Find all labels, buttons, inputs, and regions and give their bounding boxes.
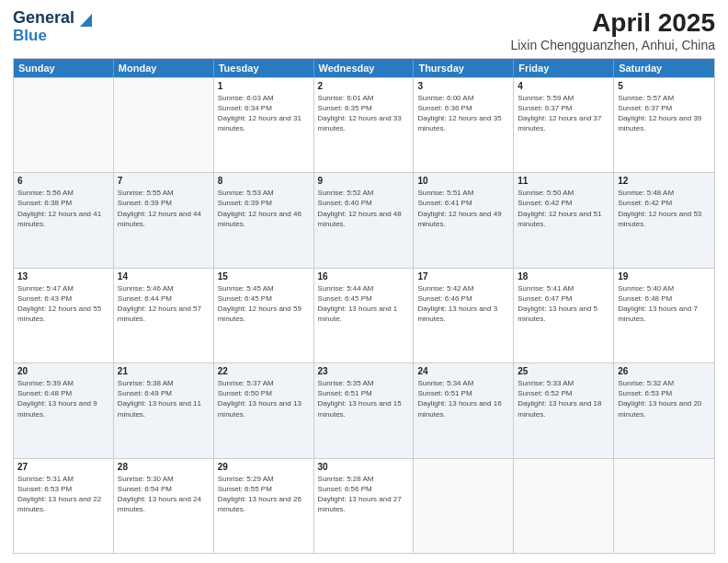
cell-day-number: 8 bbox=[218, 176, 310, 186]
cal-cell: 11Sunrise: 5:50 AM Sunset: 6:42 PM Dayli… bbox=[514, 173, 614, 267]
cell-info: Sunrise: 5:28 AM Sunset: 6:56 PM Dayligh… bbox=[318, 474, 410, 515]
cell-info: Sunrise: 5:42 AM Sunset: 6:46 PM Dayligh… bbox=[417, 283, 509, 325]
cal-cell: 23Sunrise: 5:35 AM Sunset: 6:51 PM Dayli… bbox=[314, 363, 415, 457]
cell-day-number: 26 bbox=[618, 366, 711, 376]
cell-info: Sunrise: 5:31 AM Sunset: 6:53 PM Dayligh… bbox=[17, 474, 109, 515]
cell-info: Sunrise: 5:46 AM Sunset: 6:44 PM Dayligh… bbox=[118, 283, 210, 325]
cal-cell: 10Sunrise: 5:51 AM Sunset: 6:41 PM Dayli… bbox=[414, 173, 514, 267]
cell-day-number: 21 bbox=[118, 366, 210, 376]
week-row-3: 13Sunrise: 5:47 AM Sunset: 6:43 PM Dayli… bbox=[14, 268, 714, 362]
cal-cell: 13Sunrise: 5:47 AM Sunset: 6:43 PM Dayli… bbox=[14, 269, 114, 362]
cell-day-number: 7 bbox=[118, 176, 210, 186]
cal-cell: 26Sunrise: 5:32 AM Sunset: 6:53 PM Dayli… bbox=[614, 363, 714, 457]
svg-marker-0 bbox=[80, 14, 92, 27]
cal-cell: 22Sunrise: 5:37 AM Sunset: 6:50 PM Dayli… bbox=[214, 363, 314, 457]
header-cell-thursday: Thursday bbox=[414, 59, 514, 77]
cell-day-number: 16 bbox=[318, 271, 410, 282]
cell-info: Sunrise: 5:52 AM Sunset: 6:40 PM Dayligh… bbox=[318, 188, 410, 229]
cell-day-number: 5 bbox=[618, 81, 711, 91]
header-cell-tuesday: Tuesday bbox=[214, 59, 314, 77]
week-row-4: 20Sunrise: 5:39 AM Sunset: 6:48 PM Dayli… bbox=[14, 362, 714, 457]
cell-info: Sunrise: 5:48 AM Sunset: 6:42 PM Dayligh… bbox=[618, 188, 711, 229]
calendar-body: 1Sunrise: 6:03 AM Sunset: 6:34 PM Daylig… bbox=[14, 77, 714, 553]
cell-info: Sunrise: 5:34 AM Sunset: 6:51 PM Dayligh… bbox=[417, 378, 509, 419]
logo-icon bbox=[75, 10, 92, 27]
cell-day-number: 15 bbox=[218, 271, 310, 282]
cell-info: Sunrise: 5:35 AM Sunset: 6:51 PM Dayligh… bbox=[318, 378, 410, 419]
cal-cell: 21Sunrise: 5:38 AM Sunset: 6:49 PM Dayli… bbox=[114, 363, 214, 457]
header-cell-monday: Monday bbox=[114, 59, 214, 77]
cell-info: Sunrise: 5:59 AM Sunset: 6:37 PM Dayligh… bbox=[518, 93, 609, 134]
cell-info: Sunrise: 6:00 AM Sunset: 6:36 PM Dayligh… bbox=[417, 93, 509, 134]
logo-text: General bbox=[13, 9, 74, 28]
cell-info: Sunrise: 6:01 AM Sunset: 6:35 PM Dayligh… bbox=[318, 93, 410, 134]
cal-cell: 14Sunrise: 5:46 AM Sunset: 6:44 PM Dayli… bbox=[114, 269, 214, 362]
cal-cell: 8Sunrise: 5:53 AM Sunset: 6:39 PM Daylig… bbox=[214, 173, 314, 267]
header-cell-sunday: Sunday bbox=[14, 59, 114, 77]
cell-info: Sunrise: 5:55 AM Sunset: 6:39 PM Dayligh… bbox=[118, 188, 210, 229]
cell-info: Sunrise: 5:29 AM Sunset: 6:55 PM Dayligh… bbox=[218, 474, 310, 515]
cell-day-number: 3 bbox=[417, 81, 509, 91]
cal-cell: 3Sunrise: 6:00 AM Sunset: 6:36 PM Daylig… bbox=[414, 78, 514, 172]
cell-day-number: 14 bbox=[118, 271, 210, 282]
week-row-2: 6Sunrise: 5:56 AM Sunset: 6:38 PM Daylig… bbox=[14, 172, 714, 267]
cell-day-number: 6 bbox=[17, 176, 109, 186]
cell-day-number: 28 bbox=[118, 462, 210, 472]
cell-day-number: 13 bbox=[17, 271, 109, 282]
cell-info: Sunrise: 5:50 AM Sunset: 6:42 PM Dayligh… bbox=[518, 188, 609, 229]
week-row-5: 27Sunrise: 5:31 AM Sunset: 6:53 PM Dayli… bbox=[14, 458, 714, 553]
cell-info: Sunrise: 5:30 AM Sunset: 6:54 PM Dayligh… bbox=[118, 474, 210, 515]
cal-cell: 19Sunrise: 5:40 AM Sunset: 6:48 PM Dayli… bbox=[614, 269, 714, 362]
cal-cell: 12Sunrise: 5:48 AM Sunset: 6:42 PM Dayli… bbox=[614, 173, 714, 267]
cell-day-number: 1 bbox=[218, 81, 310, 91]
cell-day-number: 27 bbox=[17, 462, 109, 472]
cal-cell: 27Sunrise: 5:31 AM Sunset: 6:53 PM Dayli… bbox=[14, 459, 114, 553]
cell-day-number: 29 bbox=[218, 462, 310, 472]
cell-info: Sunrise: 5:47 AM Sunset: 6:43 PM Dayligh… bbox=[17, 283, 109, 325]
cell-day-number: 10 bbox=[417, 176, 509, 186]
logo-subtext: Blue bbox=[13, 27, 47, 44]
cell-info: Sunrise: 5:39 AM Sunset: 6:48 PM Dayligh… bbox=[17, 378, 109, 419]
header: General Blue April 2025 Lixin Chengguanz… bbox=[13, 9, 715, 52]
calendar-header: SundayMondayTuesdayWednesdayThursdayFrid… bbox=[14, 59, 714, 77]
cell-day-number: 22 bbox=[218, 366, 310, 376]
cal-cell: 7Sunrise: 5:55 AM Sunset: 6:39 PM Daylig… bbox=[114, 173, 214, 267]
cell-info: Sunrise: 5:37 AM Sunset: 6:50 PM Dayligh… bbox=[218, 378, 310, 419]
title-area: April 2025 Lixin Chengguanzhen, Anhui, C… bbox=[510, 9, 715, 52]
cell-day-number: 25 bbox=[518, 366, 609, 376]
calendar: SundayMondayTuesdayWednesdayThursdayFrid… bbox=[13, 58, 715, 554]
page: General Blue April 2025 Lixin Chengguanz… bbox=[0, 0, 728, 563]
cal-cell: 1Sunrise: 6:03 AM Sunset: 6:34 PM Daylig… bbox=[214, 78, 314, 172]
header-cell-friday: Friday bbox=[514, 59, 614, 77]
cal-cell: 18Sunrise: 5:41 AM Sunset: 6:47 PM Dayli… bbox=[514, 269, 614, 362]
location-title: Lixin Chengguanzhen, Anhui, China bbox=[510, 38, 715, 52]
cell-day-number: 12 bbox=[618, 176, 711, 186]
cell-info: Sunrise: 5:40 AM Sunset: 6:48 PM Dayligh… bbox=[618, 283, 711, 325]
cell-info: Sunrise: 5:33 AM Sunset: 6:52 PM Dayligh… bbox=[518, 378, 609, 419]
cell-day-number: 11 bbox=[518, 176, 609, 186]
cell-day-number: 4 bbox=[518, 81, 609, 91]
cell-info: Sunrise: 5:41 AM Sunset: 6:47 PM Dayligh… bbox=[518, 283, 609, 325]
cal-cell: 24Sunrise: 5:34 AM Sunset: 6:51 PM Dayli… bbox=[414, 363, 514, 457]
cal-cell bbox=[614, 459, 714, 553]
header-cell-saturday: Saturday bbox=[614, 59, 714, 77]
header-cell-wednesday: Wednesday bbox=[314, 59, 415, 77]
cell-day-number: 18 bbox=[518, 271, 609, 282]
cell-day-number: 30 bbox=[318, 462, 410, 472]
cell-day-number: 23 bbox=[318, 366, 410, 376]
cell-day-number: 9 bbox=[318, 176, 410, 186]
cal-cell: 25Sunrise: 5:33 AM Sunset: 6:52 PM Dayli… bbox=[514, 363, 614, 457]
cal-cell: 2Sunrise: 6:01 AM Sunset: 6:35 PM Daylig… bbox=[314, 78, 415, 172]
cell-info: Sunrise: 5:57 AM Sunset: 6:37 PM Dayligh… bbox=[618, 93, 711, 134]
logo: General Blue bbox=[13, 9, 92, 44]
cell-info: Sunrise: 5:53 AM Sunset: 6:39 PM Dayligh… bbox=[218, 188, 310, 229]
cal-cell: 30Sunrise: 5:28 AM Sunset: 6:56 PM Dayli… bbox=[314, 459, 415, 553]
cell-info: Sunrise: 5:38 AM Sunset: 6:49 PM Dayligh… bbox=[118, 378, 210, 419]
cell-info: Sunrise: 5:44 AM Sunset: 6:45 PM Dayligh… bbox=[318, 283, 410, 325]
cell-day-number: 2 bbox=[318, 81, 410, 91]
cal-cell bbox=[414, 459, 514, 553]
cal-cell: 20Sunrise: 5:39 AM Sunset: 6:48 PM Dayli… bbox=[14, 363, 114, 457]
cal-cell bbox=[114, 78, 214, 172]
cal-cell: 4Sunrise: 5:59 AM Sunset: 6:37 PM Daylig… bbox=[514, 78, 614, 172]
cell-info: Sunrise: 5:51 AM Sunset: 6:41 PM Dayligh… bbox=[417, 188, 509, 229]
